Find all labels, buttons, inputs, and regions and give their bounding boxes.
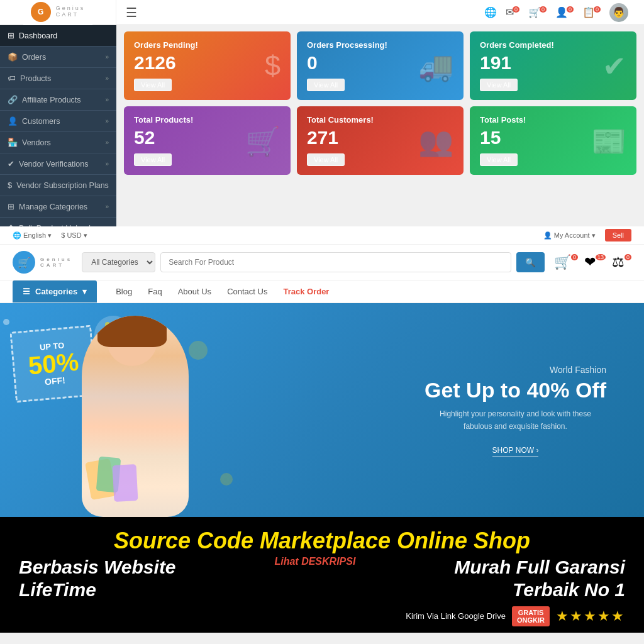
bottom-sub-left: Berbasis Website LifeTime bbox=[19, 556, 176, 601]
store-search-form: All Categories 🔍 bbox=[82, 252, 545, 272]
store-logo-icon: 🛒 bbox=[13, 251, 35, 274]
globe-icon: 🌐 bbox=[13, 231, 21, 239]
sidebar-item-categories[interactable]: ⊞Manage Categories» bbox=[0, 196, 116, 218]
storefront: 🌐 English ▾ $ USD ▾ 👤 My Account ▾ Sell … bbox=[0, 226, 644, 517]
hero-banner: UP TO 50% OFF! bbox=[0, 303, 644, 517]
sidebar-item-bulk-upload[interactable]: ⬆Bulk Product Upload bbox=[0, 218, 116, 226]
sidebar-item-customers[interactable]: 👤Customers» bbox=[0, 111, 116, 132]
sidebar-item-vendors[interactable]: 🏪Vendors» bbox=[0, 132, 116, 153]
menu-icon: ☰ bbox=[23, 287, 30, 296]
chevron-icon: » bbox=[105, 75, 109, 82]
lihat-deskripsi-link[interactable]: Lihat DESKRIPSI bbox=[274, 556, 355, 567]
vendors-icon: 🏪 bbox=[8, 138, 18, 147]
store-topbar-right: 👤 My Account ▾ Sell bbox=[543, 229, 631, 242]
kirim-text: Kirim Via Link Google Drive bbox=[406, 611, 506, 621]
categories-icon: ⊞ bbox=[8, 202, 14, 211]
my-account-link[interactable]: 👤 My Account ▾ bbox=[543, 231, 596, 240]
view-all-button[interactable]: View All bbox=[480, 79, 518, 91]
card-title: Total Customers! bbox=[307, 115, 453, 125]
contact-link[interactable]: Contact Us bbox=[227, 280, 267, 303]
chevron-icon: » bbox=[105, 160, 109, 167]
store-logo-text: Genius CART bbox=[40, 257, 72, 268]
chevron-icon: » bbox=[105, 118, 109, 125]
chevron-icon: » bbox=[105, 96, 109, 103]
store-topbar-left: 🌐 English ▾ $ USD ▾ bbox=[13, 231, 87, 240]
bottom-sub-right: Murah Full Garansi Terbaik No 1 bbox=[454, 556, 625, 601]
card-title: Total Products! bbox=[134, 115, 280, 125]
chevron-icon: » bbox=[105, 203, 109, 210]
sidebar-logo-area: G Genius CART bbox=[0, 0, 116, 25]
store-nav: ☰ Categories ▾ Blog Faq About Us Contact… bbox=[0, 280, 644, 303]
chevron-icon: » bbox=[105, 139, 109, 146]
sidebar-item-subscription[interactable]: $Vendor Subscription Plans bbox=[0, 175, 116, 196]
customers-icon: 👤 bbox=[8, 116, 18, 126]
sidebar: ⊞Dashboard 📦Orders» 🏷Products» 🔗Affiliat… bbox=[0, 25, 116, 226]
sidebar-item-products[interactable]: 🏷Products» bbox=[0, 68, 116, 89]
store-topbar: 🌐 English ▾ $ USD ▾ 👤 My Account ▾ Sell bbox=[0, 226, 644, 245]
store-header: 🛒 Genius CART All Categories 🔍 🛒0 ❤13 ⚖0 bbox=[0, 245, 644, 280]
card-title: Orders Pending! bbox=[134, 40, 280, 50]
dollar-icon: $ bbox=[265, 50, 280, 82]
track-order-link[interactable]: Track Order bbox=[283, 280, 329, 303]
about-link[interactable]: About Us bbox=[178, 280, 211, 303]
bottom-banner: Source Code Marketplace Online Shop Berb… bbox=[0, 517, 644, 633]
faq-link[interactable]: Faq bbox=[148, 280, 162, 303]
categories-button[interactable]: ☰ Categories ▾ bbox=[13, 280, 97, 303]
admin-panel: G Genius CART ☰ 🌐 ✉0 🛒0 👤0 📋0 👨 ⊞Dash bbox=[0, 0, 644, 226]
store-logo: 🛒 Genius CART bbox=[13, 251, 72, 274]
view-all-button[interactable]: View All bbox=[480, 153, 518, 166]
verify-icon: ✔ bbox=[8, 159, 14, 169]
card-title: Orders Completed! bbox=[480, 40, 626, 50]
view-all-button[interactable]: View All bbox=[307, 153, 345, 166]
sell-button[interactable]: Sell bbox=[605, 229, 631, 242]
view-all-button[interactable]: View All bbox=[307, 79, 345, 91]
user-icon[interactable]: 👤0 bbox=[555, 6, 574, 18]
newspaper-icon: 📰 bbox=[591, 124, 626, 157]
currency-selector[interactable]: $ USD ▾ bbox=[61, 231, 87, 240]
bottom-sub-lines: Berbasis Website LifeTime Lihat DESKRIPS… bbox=[13, 556, 631, 601]
sidebar-item-vendor-verifications[interactable]: ✔Vendor Verifications» bbox=[0, 153, 116, 175]
affiliate-icon: 🔗 bbox=[8, 95, 18, 104]
stats-area: Orders Pending! 2126 View All $ Orders P… bbox=[116, 25, 644, 226]
chevron-down-icon: ▾ bbox=[82, 287, 87, 296]
card-title: Total Posts! bbox=[480, 115, 626, 125]
hero-woman bbox=[63, 309, 214, 517]
star-rating: ★★★★★ bbox=[556, 608, 625, 625]
language-selector[interactable]: 🌐 English ▾ bbox=[13, 231, 52, 240]
blog-link[interactable]: Blog bbox=[116, 280, 132, 303]
admin-layout: ⊞Dashboard 📦Orders» 🏷Products» 🔗Affiliat… bbox=[0, 25, 644, 226]
search-button[interactable]: 🔍 bbox=[516, 252, 545, 272]
hero-subtitle: Highlight your personality and look with… bbox=[425, 409, 606, 433]
wishlist-icon[interactable]: ❤13 bbox=[584, 254, 606, 270]
category-dropdown[interactable]: All Categories bbox=[82, 252, 155, 272]
nav-links: Blog Faq About Us Contact Us Track Order bbox=[116, 280, 329, 303]
stat-card-orders-processing: Orders Procsessing! 0 View All 🚚 bbox=[297, 31, 464, 100]
sidebar-item-orders[interactable]: 📦Orders» bbox=[0, 47, 116, 68]
upload-icon: ⬆ bbox=[8, 223, 14, 226]
view-all-button[interactable]: View All bbox=[134, 79, 172, 91]
sidebar-item-dashboard[interactable]: ⊞Dashboard bbox=[0, 25, 116, 47]
hamburger-icon[interactable]: ☰ bbox=[126, 5, 137, 20]
admin-topbar: G Genius CART ☰ 🌐 ✉0 🛒0 👤0 📋0 👨 bbox=[0, 0, 644, 25]
dashboard-icon: ⊞ bbox=[8, 31, 14, 40]
globe-icon[interactable]: 🌐 bbox=[484, 6, 497, 18]
world-fashion-label: World Fashion bbox=[425, 365, 606, 375]
truck-icon: 🚚 bbox=[418, 49, 453, 82]
search-input[interactable] bbox=[160, 252, 511, 272]
sidebar-item-affiliate[interactable]: 🔗Affiliate Products» bbox=[0, 89, 116, 111]
bottom-row: Kirim Via Link Google Drive GRATIS ONGKI… bbox=[13, 606, 631, 626]
mail-icon[interactable]: ✉0 bbox=[506, 6, 519, 18]
stat-card-total-products: Total Products! 52 View All 🛒 bbox=[124, 106, 291, 175]
compare-icon[interactable]: ⚖0 bbox=[612, 254, 631, 270]
avatar[interactable]: 👨 bbox=[609, 3, 628, 22]
notes-icon[interactable]: 📋0 bbox=[582, 6, 601, 18]
card-number: 2126 bbox=[134, 52, 280, 74]
group-icon: 👥 bbox=[418, 124, 453, 157]
stat-card-orders-completed: Orders Completed! 191 View All ✔ bbox=[470, 31, 636, 100]
cart-icon[interactable]: 🛒0 bbox=[554, 254, 578, 270]
bottom-sub-mid: Lihat DESKRIPSI bbox=[274, 556, 355, 601]
view-all-button[interactable]: View All bbox=[134, 153, 172, 166]
shop-now-link[interactable]: SHOP NOW › bbox=[492, 446, 539, 457]
cart-icon[interactable]: 🛒0 bbox=[528, 6, 547, 18]
card-title: Orders Procsessing! bbox=[307, 40, 453, 50]
